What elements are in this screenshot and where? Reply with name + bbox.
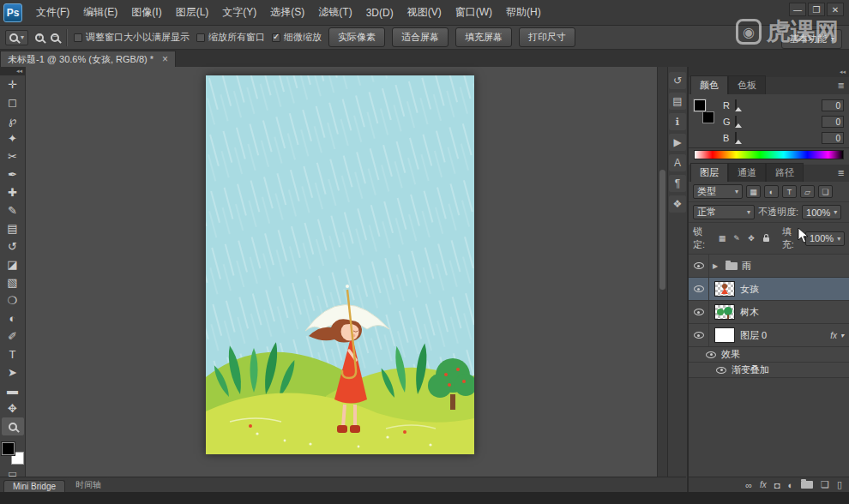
document-tab[interactable]: 未标题-1 @ 30.6% (女孩, RGB/8) * × [0,51,176,67]
shape-tool[interactable]: ▬ [2,381,24,399]
paragraph-panel-icon[interactable]: ¶ [669,175,686,192]
filter-kind-dropdown[interactable]: 类型 ▾ [693,184,743,199]
fill-screen-button[interactable]: 填充屏幕 [455,27,512,47]
delete-layer-icon[interactable]: ▯ [837,479,842,490]
red-value-field[interactable]: 0 [822,99,844,111]
slider-thumb-icon[interactable] [735,107,742,111]
effects-header-row[interactable]: 效果 [689,347,849,363]
move-tool[interactable]: ✛ [2,75,24,93]
marquee-tool[interactable]: ◻ [2,93,24,111]
layer-thumbnail[interactable] [714,281,735,297]
group-expand-icon[interactable]: ▶ [709,262,721,270]
filter-smart-objects-icon[interactable]: ❏ [818,185,833,198]
history-panel-icon[interactable]: ↺ [669,72,686,89]
add-layer-style-icon[interactable]: fx [760,480,767,489]
menu-item-type[interactable]: 文字(Y) [215,0,263,26]
workspace-switcher[interactable]: 基本功能 ▾ [781,29,842,49]
quick-selection-tool[interactable]: ✦ [2,129,24,147]
foreground-color-swatch[interactable] [2,442,15,455]
new-group-icon[interactable] [801,480,813,490]
menu-item-layer[interactable]: 图层(L) [169,0,216,26]
menu-item-select[interactable]: 选择(S) [263,0,311,26]
blur-tool[interactable]: ❍ [2,291,24,309]
slider-thumb-icon[interactable] [735,140,742,144]
tools-collapse-icon[interactable]: ◂◂ [0,67,25,75]
layer-style-badge[interactable]: fx ▾ [830,331,844,340]
zoom-in-icon[interactable] [35,33,44,42]
layer-row-rain-group[interactable]: ▶ 雨 [689,255,849,278]
filter-type-layers-icon[interactable]: T [782,185,797,198]
resize-windows-checkbox[interactable]: 调整窗口大小以满屏显示 [74,31,190,44]
gradient-overlay-row[interactable]: 渐变叠加 [689,363,849,378]
pen-tool[interactable]: ✐ [2,327,24,345]
healing-brush-tool[interactable]: ✚ [2,183,24,201]
clone-source-panel-icon[interactable]: ❖ [669,195,686,213]
blend-mode-dropdown[interactable]: 正常 ▾ [693,205,755,219]
layer-thumbnail[interactable] [714,327,735,343]
crop-tool[interactable]: ✂ [2,147,24,165]
zoom-tool[interactable] [2,417,24,435]
opacity-dropdown[interactable]: 100% ▾ [802,205,841,219]
scrollbar-thumb[interactable] [659,170,665,290]
menu-item-filter[interactable]: 滤镜(T) [311,0,358,26]
tab-mini-bridge[interactable]: Mini Bridge [3,480,65,492]
brush-tool[interactable]: ✎ [2,201,24,219]
green-value-field[interactable]: 0 [822,116,844,128]
blue-value-field[interactable]: 0 [822,132,844,144]
menu-item-image[interactable]: 图像(I) [124,0,168,26]
canvas-document[interactable] [206,75,474,454]
menu-item-file[interactable]: 文件(F) [29,0,76,26]
filter-shape-layers-icon[interactable]: ▱ [800,185,815,198]
visibility-toggle[interactable] [689,301,709,323]
info-panel-icon[interactable]: ℹ [669,113,686,130]
lock-pixels-icon[interactable]: ✎ [731,232,742,244]
minimize-icon[interactable]: — [789,3,806,16]
menu-item-window[interactable]: 窗口(W) [449,0,499,26]
vertical-scrollbar[interactable] [657,67,667,478]
new-layer-icon[interactable]: ❏ [821,479,829,490]
gradient-tool[interactable]: ▧ [2,273,24,291]
link-layers-icon[interactable]: ∞ [745,480,752,490]
background-color-swatch[interactable] [702,111,714,123]
visibility-toggle[interactable] [701,347,721,362]
zoom-all-windows-checkbox[interactable]: 缩放所有窗口 [196,31,265,44]
lasso-tool[interactable]: ℘ [2,111,24,129]
panel-menu-icon[interactable]: ≣ [838,168,845,177]
zoom-out-icon[interactable] [51,33,59,42]
fill-dropdown[interactable]: 100% ▾ [805,231,845,246]
scrubby-zoom-checkbox[interactable]: 细微缩放 [272,31,322,44]
menu-item-edit[interactable]: 编辑(E) [76,0,124,26]
menu-item-view[interactable]: 视图(V) [400,0,449,26]
slider-thumb-icon[interactable] [735,123,742,128]
menu-item-help[interactable]: 帮助(H) [499,0,548,26]
history-brush-tool[interactable]: ↺ [2,237,24,255]
tab-swatches[interactable]: 色板 [728,75,766,94]
path-selection-tool[interactable]: ➤ [2,363,24,381]
layer-thumbnail[interactable] [714,304,735,320]
layer-row-trees[interactable]: 树木 [689,301,849,324]
properties-panel-icon[interactable]: ▤ [669,93,686,110]
tab-channels[interactable]: 通道 [728,163,766,182]
lock-all-icon[interactable] [761,232,772,244]
clone-stamp-tool[interactable]: ▤ [2,219,24,237]
filter-adjustment-layers-icon[interactable]: ◐ [764,185,779,198]
zoom-tool-preset[interactable]: ▾ [5,30,28,45]
menu-item-3d[interactable]: 3D(D) [359,0,400,26]
lock-position-icon[interactable]: ✥ [746,232,757,244]
tab-paths[interactable]: 路径 [766,163,804,182]
visibility-toggle[interactable] [689,255,709,277]
eraser-tool[interactable]: ◪ [2,255,24,273]
visibility-toggle[interactable] [689,278,709,300]
add-layer-mask-icon[interactable]: ◘ [774,480,780,490]
fit-screen-button[interactable]: 适合屏幕 [392,27,449,47]
visibility-toggle[interactable] [711,363,732,377]
maximize-icon[interactable]: ❐ [808,3,825,16]
layer-row-layer0[interactable]: 图层 0 fx ▾ [689,324,849,347]
print-size-button[interactable]: 打印尺寸 [519,27,575,47]
visibility-toggle[interactable] [689,324,709,346]
color-spectrum-ramp[interactable] [694,150,844,159]
tab-color[interactable]: 颜色 [690,75,728,94]
layer-row-girl[interactable]: 女孩 [689,278,849,301]
eyedropper-tool[interactable]: ✒ [2,165,24,183]
tab-close-icon[interactable]: × [162,53,168,65]
